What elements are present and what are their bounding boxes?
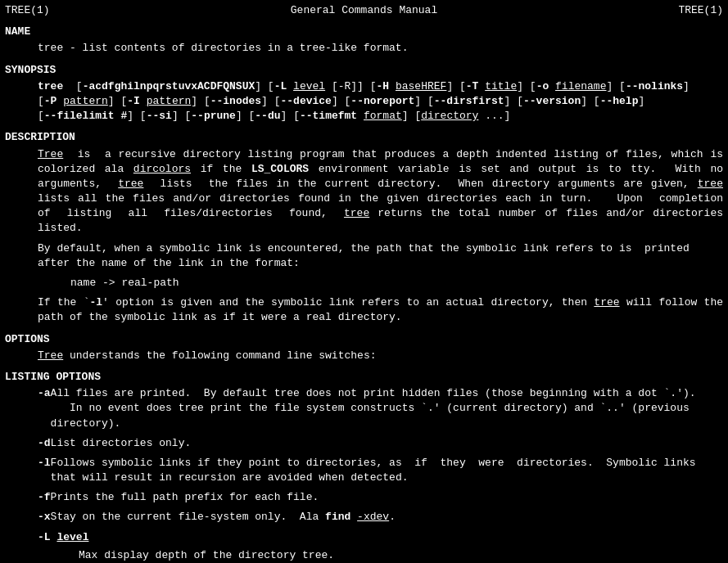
option-L-desc-text: Max display depth of the directory tree. xyxy=(5,548,723,563)
description-section: DESCRIPTION Tree is a recursive director… xyxy=(5,130,723,325)
man-page: TREE(1) General Commands Manual TREE(1) … xyxy=(5,3,723,563)
synopsis-line3: [--filelimit #] [--si] [--prune] [--du] … xyxy=(5,109,723,124)
synopsis-title: SYNOPSIS xyxy=(5,63,723,78)
option-f-desc: Prints the full path prefix for each fil… xyxy=(51,490,723,505)
option-f-flag: -f xyxy=(5,490,51,505)
option-a-row: -a All files are printed. By default tre… xyxy=(5,386,723,431)
header-left: TREE(1) xyxy=(5,3,50,18)
description-p1: Tree is a recursive directory listing pr… xyxy=(5,147,723,236)
option-L-flag: -L level xyxy=(5,530,88,545)
synopsis-line2: [-P pattern] [-I pattern] [--inodes] [--… xyxy=(5,94,723,109)
synopsis-line1: tree [-acdfghilnpqrstuvxACDFQNSUX] [-L l… xyxy=(5,79,723,94)
description-title: DESCRIPTION xyxy=(5,130,723,145)
description-p2: By default, when a symbolic link is enco… xyxy=(5,241,723,271)
name-content: tree - list contents of directories in a… xyxy=(5,41,723,56)
listing-options-section: LISTING OPTIONS -a All files are printed… xyxy=(5,370,723,563)
option-l-row: -l Follows symbolic links if they point … xyxy=(5,456,723,485)
option-d-flag: -d xyxy=(5,436,51,451)
option-L-desc xyxy=(88,530,723,545)
option-x-desc: Stay on the current file-system only. Al… xyxy=(51,510,723,525)
synopsis-section: SYNOPSIS tree [-acdfghilnpqrstuvxACDFQNS… xyxy=(5,63,723,124)
options-intro: Tree understands the following command l… xyxy=(5,349,723,363)
options-section: OPTIONS Tree understands the following c… xyxy=(5,332,723,363)
option-d-desc: List directories only. xyxy=(51,436,723,451)
option-x-flag: -x xyxy=(5,510,51,525)
man-header: TREE(1) General Commands Manual TREE(1) xyxy=(5,3,723,18)
option-l-desc: Follows symbolic links if they point to … xyxy=(51,456,723,485)
listing-options-title: LISTING OPTIONS xyxy=(5,370,723,385)
header-center: General Commands Manual xyxy=(291,3,437,18)
description-symlink-format: name -> real-path xyxy=(5,276,723,291)
option-l-flag: -l xyxy=(5,456,51,485)
option-L-row: -L level xyxy=(5,530,723,545)
option-f-row: -f Prints the full path prefix for each … xyxy=(5,490,723,505)
name-title: NAME xyxy=(5,25,723,39)
options-title: OPTIONS xyxy=(5,332,723,347)
name-section: NAME tree - list contents of directories… xyxy=(5,25,723,56)
option-a-desc: All files are printed. By default tree d… xyxy=(51,386,723,431)
option-x-row: -x Stay on the current file-system only.… xyxy=(5,510,723,525)
option-d-row: -d List directories only. xyxy=(5,436,723,451)
header-right: TREE(1) xyxy=(678,3,723,18)
description-p3: If the `-l' option is given and the symb… xyxy=(5,295,723,325)
option-a-flag: -a xyxy=(5,386,51,431)
